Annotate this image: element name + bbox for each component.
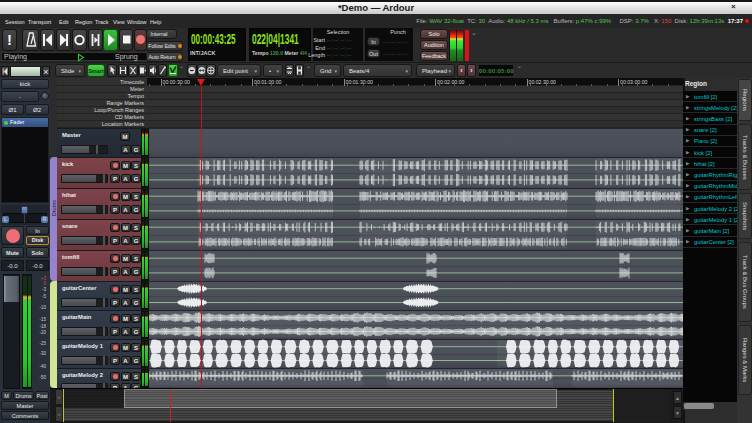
svg-text:!: ! xyxy=(7,31,12,48)
